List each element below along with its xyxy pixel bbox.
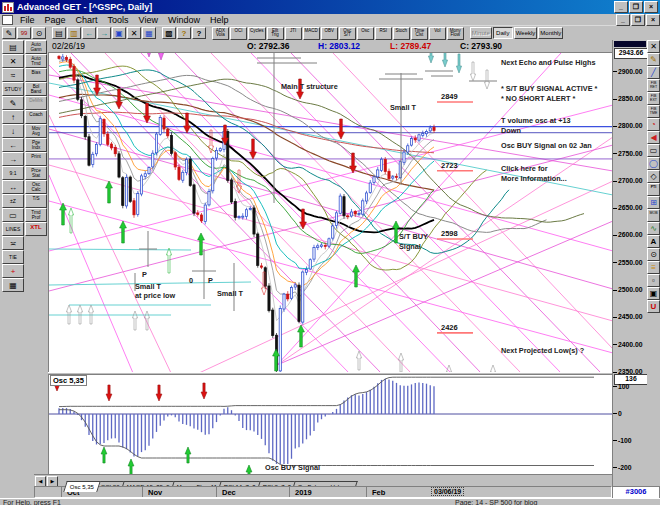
- gann-box-icon[interactable]: ◇: [647, 170, 660, 183]
- scroll-left-button[interactable]: ←: [2, 138, 24, 152]
- context-help-icon[interactable]: ?: [192, 27, 206, 39]
- pencil-icon[interactable]: ✎: [647, 53, 660, 66]
- auto-trend-button[interactable]: Auto Trnd: [25, 54, 47, 68]
- price-chart-panel[interactable]: 2849272325982426Main T structureSmall TP…: [48, 52, 613, 373]
- menu-file[interactable]: File: [15, 15, 40, 25]
- auto-gann-button[interactable]: Auto Gann: [25, 40, 47, 54]
- underline-icon[interactable]: U: [647, 300, 660, 313]
- child-restore-button[interactable]: ❐: [631, 14, 645, 26]
- marquee-icon[interactable]: ▫: [647, 274, 660, 287]
- restore-button[interactable]: ❐: [629, 1, 643, 13]
- crosshair-button[interactable]: +: [2, 264, 24, 278]
- study-button-jti[interactable]: JTI: [285, 27, 302, 40]
- gann-circle-icon[interactable]: ◔: [647, 118, 660, 131]
- study-button-macd[interactable]: MACD: [303, 27, 320, 40]
- bias-button[interactable]: Bias: [25, 68, 47, 82]
- help-icon[interactable]: ?: [177, 27, 191, 39]
- period-weekly[interactable]: Weekly: [514, 27, 538, 39]
- osc-calc-button[interactable]: Osc Calc: [25, 180, 47, 194]
- open-file-icon[interactable]: ▥: [67, 27, 81, 39]
- pointer-arrow-icon[interactable]: ◀: [647, 131, 660, 144]
- fib-extension-button[interactable]: FIB EXT: [647, 92, 660, 105]
- study-button-oci[interactable]: OCI: [230, 27, 247, 40]
- oscillator-panel[interactable]: Osc BUY Signal: [48, 374, 613, 475]
- page-index-button[interactable]: Pge Indx: [25, 138, 47, 152]
- ratio-button[interactable]: 9:1: [2, 166, 24, 180]
- study-button-rsi[interactable]: RSI: [375, 27, 392, 40]
- new-chart-icon[interactable]: ▤: [52, 27, 66, 39]
- bollinger-button[interactable]: Bol Band: [25, 82, 47, 96]
- price-stat-button[interactable]: Prce Stat: [25, 166, 47, 180]
- menu-page[interactable]: Page: [40, 15, 71, 25]
- trend-profile-button[interactable]: Trnd Prof: [25, 208, 47, 222]
- period-daily[interactable]: Daily: [493, 27, 513, 39]
- refresh-button[interactable]: ≈: [2, 68, 24, 82]
- child-close-button[interactable]: ×: [646, 14, 660, 26]
- study-button-adx-vola[interactable]: ADX Vola: [212, 27, 229, 40]
- title-bar[interactable]: Advanced GET - [^GSPC, Daily] _ ❐ ×: [0, 0, 660, 14]
- study-button-obv[interactable]: OBV: [321, 27, 338, 40]
- menu-tools[interactable]: Tools: [103, 15, 134, 25]
- expand-button[interactable]: ↔: [2, 180, 24, 194]
- grid-icon[interactable]: ⊞: [647, 196, 660, 209]
- zoom-reset-button[interactable]: ±Z: [2, 194, 24, 208]
- time-axis-strip[interactable]: OctNovDec2019Feb03/06/19: [34, 486, 612, 498]
- period-monthly[interactable]: Monthly: [538, 27, 563, 39]
- print-chart-button[interactable]: ▦: [2, 278, 24, 292]
- copy-icon[interactable]: ▣: [112, 27, 126, 39]
- open-chart-button[interactable]: ▤: [2, 40, 24, 54]
- menu-window[interactable]: Window: [163, 15, 205, 25]
- print-button[interactable]: Print: [25, 152, 47, 166]
- menu-chart[interactable]: Chart: [71, 15, 103, 25]
- print-icon[interactable]: ▩: [162, 27, 176, 39]
- fib-time-button[interactable]: FIB TME: [647, 105, 660, 118]
- mob-button[interactable]: MOB: [647, 209, 660, 222]
- chart-window-icon[interactable]: ▦: [142, 27, 156, 39]
- lines-button[interactable]: LINES: [2, 222, 24, 236]
- zoom-icon[interactable]: ⊙: [32, 27, 46, 39]
- rectangle-tool-icon[interactable]: ▭: [647, 144, 660, 157]
- time-study-button[interactable]: T/S: [25, 194, 47, 208]
- study-button-time-clst[interactable]: Time Clst: [411, 27, 428, 40]
- study-button-osc-s-t[interactable]: Osc S/T: [339, 27, 356, 40]
- study-button-cycles[interactable]: Cycles: [248, 27, 266, 40]
- colors-icon[interactable]: ≡: [647, 261, 660, 274]
- coach-button[interactable]: Coach: [25, 110, 47, 124]
- delete-icon[interactable]: ✕: [127, 27, 141, 39]
- menu-view[interactable]: View: [134, 15, 163, 25]
- study-button-stoch[interactable]: Stoch: [393, 27, 410, 40]
- pointer-tool-icon[interactable]: ✎: [2, 27, 16, 39]
- demark-button[interactable]: DeMrk: [25, 96, 47, 110]
- child-minimize-button[interactable]: _: [616, 14, 630, 26]
- copy-page-icon[interactable]: ▣: [647, 287, 660, 300]
- study-button-ellt-trig[interactable]: Ellt Trig: [267, 27, 284, 40]
- period-minute[interactable]: Minute: [470, 27, 492, 39]
- delete-study-button[interactable]: ✕: [2, 54, 24, 68]
- tie-button[interactable]: TIE: [2, 250, 24, 264]
- xtl-button[interactable]: XTL: [25, 222, 47, 236]
- projection-date-marker[interactable]: 03/06/19: [431, 487, 464, 496]
- study-button-vol[interactable]: Vol: [429, 27, 446, 40]
- menu-help[interactable]: Help: [205, 15, 234, 25]
- zoom-tool-icon[interactable]: ⊙: [647, 248, 660, 261]
- gann-lines-button[interactable]: ≍: [2, 236, 24, 250]
- fib-retracement-button[interactable]: FIB RET: [647, 79, 660, 92]
- chart-document-icon[interactable]: [2, 15, 13, 25]
- page-forward-icon[interactable]: →: [97, 27, 111, 39]
- close-button[interactable]: ×: [644, 1, 658, 13]
- tab-osc-5-35[interactable]: Osc 5,35: [64, 481, 102, 492]
- pti-button[interactable]: PTI: [647, 183, 660, 196]
- wave-icon[interactable]: ∿: [647, 222, 660, 235]
- close-tool-icon[interactable]: ✕: [647, 40, 660, 53]
- page-back-icon[interactable]: ←: [82, 27, 96, 39]
- window-button[interactable]: ▭: [2, 208, 24, 222]
- scroll-right-button[interactable]: →: [2, 152, 24, 166]
- text-tool-icon[interactable]: A: [647, 235, 660, 248]
- minimize-button[interactable]: _: [614, 1, 628, 13]
- scroll-down-button[interactable]: ↓: [2, 124, 24, 138]
- quotes-icon[interactable]: 99: [17, 27, 31, 39]
- study-button[interactable]: STUDY: [2, 82, 24, 96]
- study-button-osc[interactable]: Osc: [357, 27, 374, 40]
- ellipse-tool-icon[interactable]: ◯: [647, 157, 660, 170]
- scroll-up-button[interactable]: ↑: [2, 110, 24, 124]
